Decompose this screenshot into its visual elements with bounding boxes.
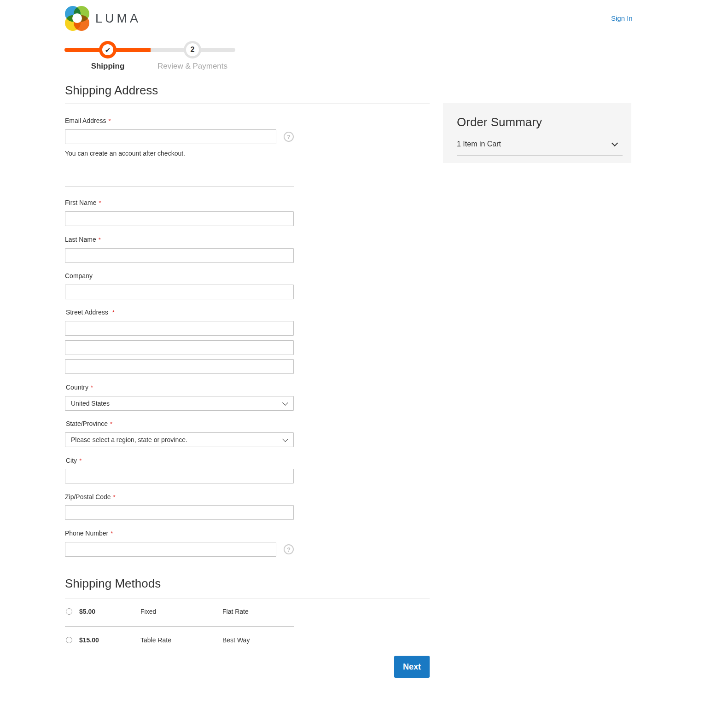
required-indicator: * xyxy=(79,457,82,464)
shipping-methods-title: Shipping Methods xyxy=(65,577,161,590)
luma-logo-icon[interactable] xyxy=(64,6,90,31)
required-indicator: * xyxy=(108,117,111,124)
method-name: Fixed xyxy=(140,607,156,616)
carrier-name: Flat Rate xyxy=(222,607,249,616)
country-select[interactable]: United States xyxy=(65,396,294,411)
method-price: $15.00 xyxy=(79,635,99,645)
first-name-label: First Name* xyxy=(65,198,101,208)
street-line-1-field[interactable] xyxy=(65,321,294,336)
company-label: Company xyxy=(65,271,93,280)
progress-step-shipping: ✔ xyxy=(99,41,117,58)
city-field[interactable] xyxy=(65,469,294,483)
shipping-address-title: Shipping Address xyxy=(65,83,158,97)
next-button[interactable]: Next xyxy=(394,656,430,678)
phone-field[interactable] xyxy=(65,542,276,557)
first-name-field[interactable] xyxy=(65,211,294,226)
country-label: Country* xyxy=(66,383,93,392)
zip-label: Zip/Postal Code* xyxy=(65,492,116,502)
region-select[interactable]: Please select a region, state or provinc… xyxy=(65,432,294,447)
order-summary-title: Order Summary xyxy=(457,115,542,129)
street-line-2-field[interactable] xyxy=(65,340,294,355)
email-help-icon[interactable]: ? xyxy=(284,132,294,142)
last-name-field[interactable] xyxy=(65,248,294,263)
required-indicator: * xyxy=(99,236,101,243)
phone-label: Phone Number* xyxy=(65,529,113,538)
check-icon: ✔ xyxy=(105,47,111,53)
city-label: City* xyxy=(66,456,82,466)
shipping-method-radio[interactable] xyxy=(66,608,72,615)
carrier-name: Best Way xyxy=(222,635,250,645)
logo-center-icon xyxy=(72,13,82,23)
street-line-3-field[interactable] xyxy=(65,359,294,374)
email-divider xyxy=(65,186,294,187)
required-indicator: * xyxy=(112,309,115,316)
street-address-label: Street Address* xyxy=(66,308,115,317)
zip-field[interactable] xyxy=(65,505,294,520)
email-label: Email Address* xyxy=(65,116,111,126)
section-divider xyxy=(65,104,430,104)
company-field[interactable] xyxy=(65,285,294,299)
required-indicator: * xyxy=(111,530,113,537)
cart-items-label: 1 Item in Cart xyxy=(457,140,501,148)
shipping-method-radio[interactable] xyxy=(66,637,72,643)
region-select-wrap: Please select a region, state or provinc… xyxy=(65,432,294,447)
sign-in-link[interactable]: Sign In xyxy=(611,14,633,22)
shipping-method-row[interactable]: $5.00 Fixed Flat Rate xyxy=(65,607,360,617)
shipping-method-row[interactable]: $15.00 Table Rate Best Way xyxy=(65,635,360,646)
method-price: $5.00 xyxy=(79,607,95,616)
required-indicator: * xyxy=(91,384,93,391)
summary-divider xyxy=(457,155,623,156)
last-name-label: Last Name* xyxy=(65,235,101,245)
progress-step-review: 2 xyxy=(184,41,201,58)
country-select-wrap: United States xyxy=(65,396,294,411)
step-number: 2 xyxy=(191,46,195,53)
chevron-down-icon xyxy=(612,140,618,146)
email-note: You can create an account after checkout… xyxy=(65,150,185,157)
region-label: State/Province* xyxy=(66,419,112,429)
method-name: Table Rate xyxy=(140,635,171,645)
required-indicator: * xyxy=(113,494,116,501)
order-summary-panel xyxy=(443,103,631,163)
progress-label-shipping: Shipping xyxy=(64,62,151,71)
logo-text[interactable]: LUMA xyxy=(95,12,141,26)
row-divider xyxy=(65,626,294,627)
progress-label-review: Review & Payments xyxy=(148,62,237,71)
email-field[interactable] xyxy=(65,129,276,144)
section-divider xyxy=(65,599,430,599)
cart-items-toggle[interactable]: 1 Item in Cart xyxy=(457,139,623,149)
required-indicator: * xyxy=(110,420,112,427)
phone-help-icon[interactable]: ? xyxy=(284,544,294,554)
required-indicator: * xyxy=(99,199,101,206)
